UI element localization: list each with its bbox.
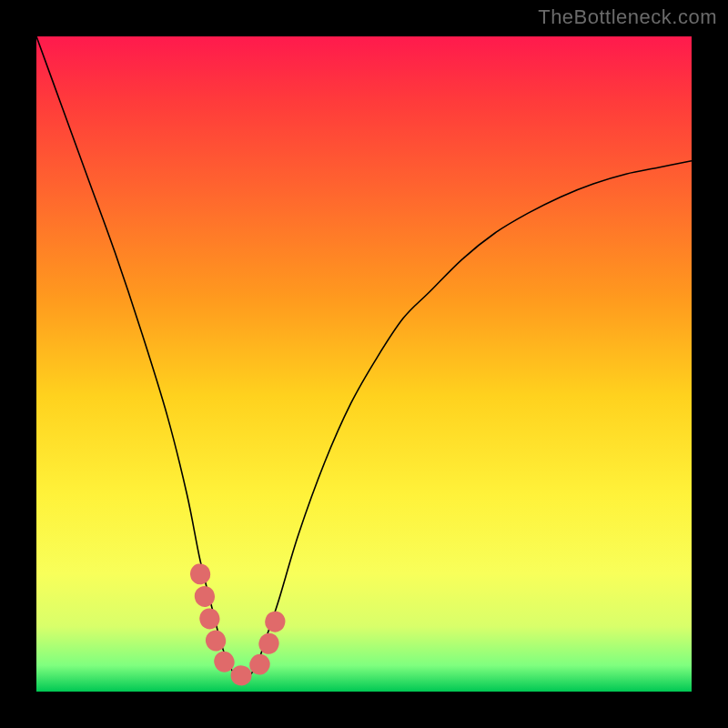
chart-plot-area (36, 36, 692, 692)
watermark-text: TheBottleneck.com (538, 5, 717, 29)
chart-svg (36, 36, 692, 692)
chart-frame: TheBottleneck.com (0, 0, 728, 728)
bottleneck-curve-highlight (200, 573, 278, 675)
bottleneck-curve (36, 36, 692, 680)
